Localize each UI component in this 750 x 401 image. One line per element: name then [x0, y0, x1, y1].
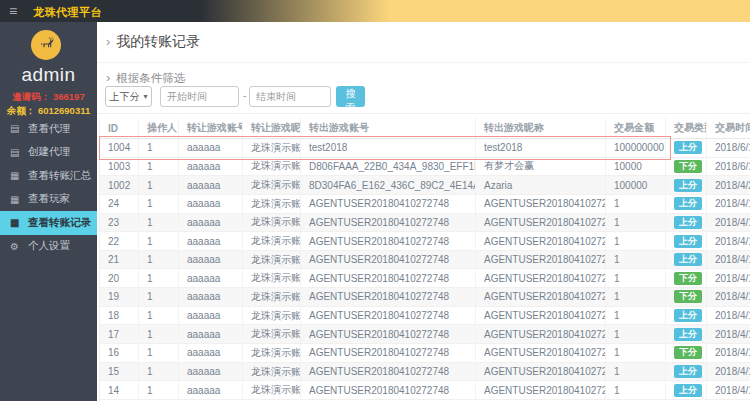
- invite-value: 366197: [53, 91, 85, 102]
- cell-time: 2018/4/1: [706, 325, 750, 343]
- type-badge: 下分: [674, 272, 702, 285]
- cell-from-account: aaaaaa: [178, 214, 242, 232]
- sidebar-item-3[interactable]: ▦ 查看转账汇总: [0, 164, 97, 188]
- type-select-value: 上下分: [109, 90, 139, 104]
- page-title: 我的转账记录: [116, 33, 200, 49]
- end-time-input[interactable]: [249, 86, 331, 107]
- cell-from-nick: 龙珠演示账号: [242, 363, 300, 381]
- invite-code: 邀请码： 366197: [0, 91, 97, 104]
- cell-to-nick: AGENTUSER20180410272748: [475, 344, 605, 362]
- cell-from-nick: 龙珠演示账号: [242, 288, 300, 306]
- username: admin: [0, 64, 97, 86]
- cell-type: 上分: [665, 232, 706, 250]
- sidebar-item-6[interactable]: ⚙ 个人设置: [0, 235, 97, 259]
- section-divider: [97, 113, 750, 114]
- cell-operator: 1: [138, 195, 178, 213]
- sidebar-item-5[interactable]: ▦ 查看转账记录: [0, 211, 97, 235]
- cell-amount: 10000: [605, 158, 665, 176]
- cell-id: 19: [100, 288, 138, 306]
- type-badge: 上分: [674, 309, 702, 322]
- sidebar-menu: ▤ 查看代理 ▤ 创建代理 ▦ 查看转账汇总 ▦ 查看玩家 ▦ 查看转账记录 ⚙…: [0, 117, 97, 258]
- table-row: 1004 1 aaaaaa 龙珠演示账号 test2018 test2018 1…: [100, 139, 750, 158]
- table-row: 21 1 aaaaaa 龙珠演示账号 AGENTUSER201804102727…: [100, 251, 750, 270]
- cell-id: 1004: [100, 139, 138, 157]
- cell-to-account: AGENTUSER20180410272748: [300, 195, 475, 213]
- grid-icon: ▦: [10, 170, 24, 181]
- grid-icon: ▦: [10, 217, 24, 228]
- cell-id: 16: [100, 344, 138, 362]
- sidebar-item-4[interactable]: ▦ 查看玩家: [0, 188, 97, 212]
- cell-time: 2018/4/1: [706, 269, 750, 287]
- cell-to-account: AGENTUSER20180410272748: [300, 269, 475, 287]
- cell-amount: 1: [605, 251, 665, 269]
- col-header-amount: 交易金额: [605, 118, 665, 138]
- search-button[interactable]: 搜索: [336, 86, 365, 107]
- cell-operator: 1: [138, 251, 178, 269]
- cell-from-account: aaaaaa: [178, 232, 242, 250]
- cell-from-nick: 龙珠演示账号: [242, 158, 300, 176]
- cell-id: 24: [100, 195, 138, 213]
- cell-id: 14: [100, 381, 138, 399]
- cell-amount: 1: [605, 325, 665, 343]
- brand-title: 龙珠代理平台: [33, 5, 102, 20]
- cell-operator: 1: [138, 344, 178, 362]
- cell-from-nick: 龙珠演示账号: [242, 176, 300, 194]
- cell-to-account: AGENTUSER20180410272748: [300, 363, 475, 381]
- cell-type: 上分: [665, 307, 706, 325]
- cell-to-account: AGENTUSER20180410272748: [300, 214, 475, 232]
- type-badge: 下分: [674, 290, 702, 303]
- cell-operator: 1: [138, 269, 178, 287]
- start-time-input[interactable]: [160, 86, 239, 107]
- cell-type: 下分: [665, 344, 706, 362]
- filter-section-label: 根据条件筛选: [116, 72, 185, 84]
- cell-type: 上分: [665, 195, 706, 213]
- cell-to-account: D806FAAA_22B0_434A_9830_EFF1E1C: [300, 158, 475, 176]
- table-row: 20 1 aaaaaa 龙珠演示账号 AGENTUSER201804102727…: [100, 269, 750, 288]
- table-row: 18 1 aaaaaa 龙珠演示账号 AGENTUSER201804102727…: [100, 307, 750, 326]
- col-header-to-nick: 转出游戏昵称: [475, 118, 605, 138]
- type-badge: 上分: [674, 179, 702, 192]
- cell-from-account: aaaaaa: [178, 288, 242, 306]
- cell-from-account: aaaaaa: [178, 307, 242, 325]
- sidebar-item-1[interactable]: ▤ 查看代理: [0, 117, 97, 141]
- cell-from-nick: 龙珠演示账号: [242, 251, 300, 269]
- table-body: 1004 1 aaaaaa 龙珠演示账号 test2018 test2018 1…: [100, 139, 750, 400]
- cell-type: 上分: [665, 139, 706, 157]
- sidebar-item-2[interactable]: ▤ 创建代理: [0, 141, 97, 165]
- type-badge: 上分: [674, 216, 702, 229]
- cell-to-nick: Azaria: [475, 176, 605, 194]
- cell-to-nick: AGENTUSER20180410272748: [475, 363, 605, 381]
- rows-icon: ▤: [10, 147, 24, 158]
- cell-amount: 100000000: [605, 139, 665, 157]
- cell-time: 2018/4/1: [706, 288, 750, 306]
- col-header-to-account: 转出游戏账号: [300, 118, 475, 138]
- cell-amount: 1: [605, 232, 665, 250]
- cell-time: 2018/4/2: [706, 176, 750, 194]
- cell-id: 20: [100, 269, 138, 287]
- balance-label: 余额：: [7, 105, 36, 116]
- table-row: 23 1 aaaaaa 龙珠演示账号 AGENTUSER201804102727…: [100, 214, 750, 233]
- cell-to-nick: AGENTUSER20180410272748: [475, 195, 605, 213]
- filter-section-toggle[interactable]: ›根据条件筛选: [106, 70, 185, 86]
- cell-id: 21: [100, 251, 138, 269]
- cell-to-nick: AGENTUSER20180410272748: [475, 232, 605, 250]
- cell-operator: 1: [138, 214, 178, 232]
- cell-time: 2018/4/1: [706, 381, 750, 399]
- cell-operator: 1: [138, 325, 178, 343]
- type-badge: 上分: [674, 235, 702, 248]
- type-select[interactable]: 上下分 ▾: [105, 86, 152, 107]
- cell-to-nick: AGENTUSER20180410272748: [475, 288, 605, 306]
- deer-icon: [38, 35, 55, 56]
- cell-from-account: aaaaaa: [178, 251, 242, 269]
- type-badge: 上分: [674, 141, 702, 154]
- cell-from-account: aaaaaa: [178, 158, 242, 176]
- cell-time: 2018/6/1: [706, 139, 750, 157]
- cell-operator: 1: [138, 139, 178, 157]
- cell-operator: 1: [138, 381, 178, 399]
- cell-from-account: aaaaaa: [178, 363, 242, 381]
- type-badge: 上分: [674, 384, 702, 397]
- cell-from-nick: 龙珠演示账号: [242, 344, 300, 362]
- menu-icon[interactable]: ≡: [9, 2, 17, 20]
- table-row: 15 1 aaaaaa 龙珠演示账号 AGENTUSER201804102727…: [100, 363, 750, 382]
- cell-amount: 1: [605, 344, 665, 362]
